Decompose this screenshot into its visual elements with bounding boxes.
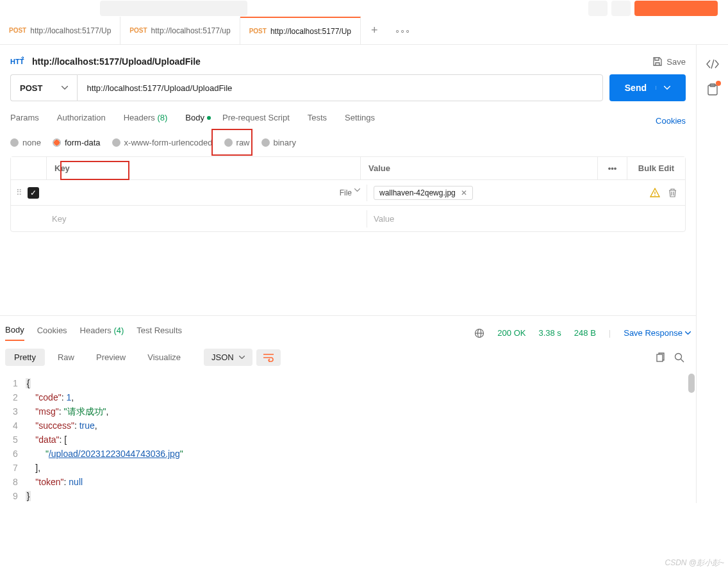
table-row-empty[interactable]: Key Value: [11, 206, 685, 231]
send-button[interactable]: Send: [609, 74, 686, 101]
top-toolbar: [0, 0, 728, 17]
tab-label: http://localhost:5177/Up: [270, 27, 351, 36]
svg-line-9: [681, 359, 684, 362]
radio-icon: [53, 138, 61, 147]
tab-2[interactable]: POST http://localhost:5177/Up: [240, 17, 361, 44]
tab-params[interactable]: Params: [10, 113, 39, 129]
code-icon[interactable]: [706, 59, 719, 69]
key-type-select[interactable]: File: [340, 188, 360, 197]
tab-settings[interactable]: Settings: [345, 113, 375, 129]
badge-dot-icon: [716, 81, 721, 86]
save-icon: [652, 56, 663, 67]
format-value: JSON: [211, 352, 234, 362]
radio-label: binary: [274, 138, 296, 147]
code-content[interactable]: { "code": 1, "msg": "请求成功", "success": t…: [26, 376, 183, 503]
radio-label: raw: [236, 138, 250, 147]
resp-tab-cookies[interactable]: Cookies: [37, 326, 67, 340]
radio-icon: [224, 138, 233, 147]
column-options[interactable]: •••: [598, 157, 627, 179]
tab-label: http://localhost:5177/Up: [30, 26, 111, 35]
file-chip: wallhaven-42qewg.jpg ✕: [374, 186, 473, 200]
headers-count: (8): [157, 113, 167, 122]
tab-authorization[interactable]: Authorization: [57, 113, 106, 129]
column-value: Value: [361, 157, 598, 179]
column-key: Key: [47, 157, 361, 179]
radio-label: x-www-form-urlencoded: [124, 138, 213, 147]
warning-icon: [650, 188, 660, 198]
save-button[interactable]: Save: [652, 56, 686, 67]
body-type-raw[interactable]: raw: [224, 138, 250, 147]
line-numbers: 123456789: [0, 376, 26, 503]
svg-point-8: [675, 353, 682, 360]
tab-body[interactable]: Body: [185, 113, 204, 129]
file-type-label: File: [340, 188, 352, 197]
view-raw[interactable]: Raw: [49, 349, 83, 366]
globe-icon[interactable]: [474, 328, 484, 338]
send-label: Send: [625, 83, 647, 93]
method-value: POST: [20, 83, 42, 93]
resp-tab-body[interactable]: Body: [5, 325, 24, 341]
svg-rect-7: [657, 354, 663, 361]
chevron-down-icon[interactable]: [656, 86, 670, 90]
svg-text:HTTP: HTTP: [10, 58, 24, 65]
response-size: 248 B: [574, 328, 596, 338]
radio-label: form-data: [65, 138, 101, 147]
tab-prerequest[interactable]: Pre-request Script: [222, 113, 290, 129]
body-type-none[interactable]: none: [10, 138, 41, 147]
upgrade-button[interactable]: [634, 1, 718, 16]
tab-method: POST: [9, 27, 26, 34]
radio-icon: [112, 138, 120, 147]
response-body: 123456789 { "code": 1, "msg": "请求成功", "s…: [0, 374, 696, 503]
drag-handle-icon[interactable]: ⠿: [11, 188, 28, 197]
search-placeholder[interactable]: [100, 1, 247, 16]
chevron-down-icon: [685, 331, 691, 335]
top-button-2[interactable]: [611, 1, 631, 16]
resp-tab-testresults[interactable]: Test Results: [136, 326, 182, 340]
status-code: 200 OK: [497, 328, 525, 338]
save-response-button[interactable]: Save Response: [624, 328, 691, 338]
info-icon[interactable]: [707, 83, 718, 96]
wrap-lines-button[interactable]: [256, 349, 281, 366]
request-title: http://localhost:5177/Upload/UploadFile: [32, 56, 201, 67]
response-time: 3.38 s: [538, 328, 561, 338]
formdata-table: Key Value ••• Bulk Edit ⠿ ✓ File wallhav…: [10, 156, 686, 232]
cookies-link[interactable]: Cookies: [656, 116, 686, 126]
headers-label: Headers: [124, 113, 155, 122]
tab-1[interactable]: POST http://localhost:5177/up: [120, 17, 240, 44]
url-input[interactable]: [77, 74, 602, 101]
table-row: ⠿ ✓ File wallhaven-42qewg.jpg ✕: [11, 180, 685, 206]
tab-tests[interactable]: Tests: [308, 113, 327, 129]
tab-0[interactable]: POST http://localhost:5177/Up: [0, 17, 120, 44]
view-pretty[interactable]: Pretty: [5, 349, 45, 366]
key-placeholder[interactable]: Key: [46, 210, 367, 228]
tab-headers[interactable]: Headers (8): [124, 113, 168, 129]
copy-icon[interactable]: [655, 352, 665, 363]
body-type-xwww[interactable]: x-www-form-urlencoded: [112, 138, 213, 147]
view-preview[interactable]: Preview: [87, 349, 135, 366]
radio-label: none: [22, 138, 41, 147]
tab-method: POST: [129, 27, 147, 34]
view-visualize[interactable]: Visualize: [138, 349, 190, 366]
resp-tab-headers[interactable]: Headers (4): [80, 326, 124, 340]
method-select[interactable]: POST: [10, 74, 77, 101]
right-sidebar: [696, 45, 728, 503]
chevron-down-icon: [239, 356, 245, 359]
new-tab-button[interactable]: +: [361, 17, 388, 44]
radio-icon: [261, 138, 270, 147]
top-button-1[interactable]: [588, 1, 608, 16]
format-select[interactable]: JSON: [204, 349, 252, 366]
row-checkbox[interactable]: ✓: [28, 187, 46, 199]
tabs-bar: POST http://localhost:5177/Up POST http:…: [0, 17, 728, 45]
tab-overflow-button[interactable]: ∘∘∘: [388, 17, 417, 44]
resp-headers-count: (4): [113, 326, 124, 335]
bulk-edit-button[interactable]: Bulk Edit: [627, 157, 685, 179]
body-type-formdata[interactable]: form-data: [53, 138, 101, 147]
search-icon[interactable]: [674, 352, 684, 363]
body-type-binary[interactable]: binary: [261, 138, 296, 147]
delete-row-icon[interactable]: [668, 188, 677, 198]
remove-file-icon[interactable]: ✕: [461, 188, 467, 197]
scrollbar[interactable]: [688, 374, 695, 393]
chevron-down-icon: [354, 188, 360, 197]
value-placeholder[interactable]: Value: [367, 210, 627, 228]
file-name: wallhaven-42qewg.jpg: [379, 188, 456, 197]
